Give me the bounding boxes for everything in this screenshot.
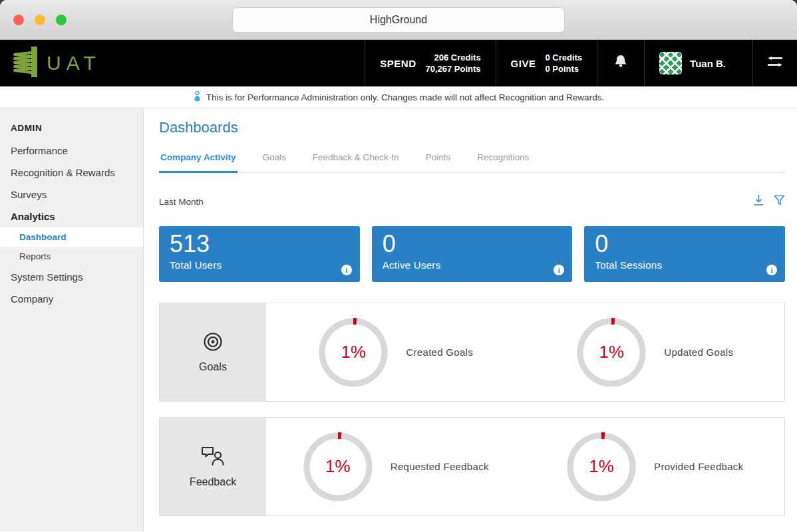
minimize-window-button[interactable]: [35, 15, 45, 25]
sidebar-section-admin: ADMIN: [0, 123, 143, 140]
tab-company-activity[interactable]: Company Activity: [159, 146, 238, 173]
metric-provided-feedback: 1% Provided Feedback: [526, 418, 785, 515]
metric-label: Provided Feedback: [654, 461, 743, 472]
logo-text: UAT: [47, 52, 101, 74]
sidebar-item-performance[interactable]: Performance: [0, 140, 143, 162]
download-icon[interactable]: [753, 194, 764, 209]
bell-icon: [613, 54, 628, 72]
stat-label: Active Users: [383, 259, 562, 271]
macos-titlebar: HighGround: [0, 0, 797, 40]
stat-value: 0: [595, 230, 774, 258]
stat-cards: 513 Total Users i 0 Active Users i 0 Tot…: [159, 226, 785, 282]
metric-label: Requested Feedback: [391, 461, 489, 472]
donut-percent: 1%: [566, 432, 637, 502]
notifications-button[interactable]: [597, 40, 644, 86]
user-menu[interactable]: Tuan B.: [644, 40, 740, 86]
tab-recognitions[interactable]: Recognitions: [476, 146, 530, 172]
app-logo[interactable]: UAT: [0, 40, 365, 86]
admin-notice-bar: This is for Performance Administration o…: [0, 86, 797, 108]
goals-panel: Goals 1% Created Goals: [159, 303, 785, 402]
sidebar-item-system-settings[interactable]: System Settings: [0, 266, 143, 288]
stat-label: Total Sessions: [595, 259, 774, 271]
page-title: Dashboards: [159, 119, 785, 136]
panel-name: Goals: [199, 361, 227, 373]
feedback-panel-header: Feedback: [160, 418, 266, 515]
zoom-window-button[interactable]: [56, 15, 67, 25]
avatar: [659, 52, 682, 74]
donut-chart: 1%: [318, 317, 389, 388]
sidebar-item-company[interactable]: Company: [0, 288, 143, 310]
metric-label: Updated Goals: [664, 346, 733, 358]
info-icon[interactable]: i: [554, 265, 564, 275]
notice-text: This is for Performance Administration o…: [206, 92, 604, 102]
donut-percent: 1%: [303, 432, 373, 502]
tab-points[interactable]: Points: [424, 146, 452, 172]
tab-goals[interactable]: Goals: [261, 146, 287, 172]
spring-coil-icon: [7, 45, 41, 82]
sidebar-item-dashboard[interactable]: Dashboard: [0, 227, 143, 247]
close-window-button[interactable]: [13, 15, 24, 25]
main-content: Dashboards Company Activity Goals Feedba…: [144, 108, 797, 531]
spend-points: 70,267 Points: [426, 64, 481, 74]
stat-label: Total Users: [170, 259, 349, 271]
donut-chart: 1%: [566, 432, 637, 502]
sidebar-item-surveys[interactable]: Surveys: [0, 184, 143, 205]
stat-card-total-users: 513 Total Users i: [159, 226, 360, 282]
stat-value: 513: [170, 230, 349, 258]
stat-value: 0: [383, 230, 562, 258]
admin-sidebar: ADMIN Performance Recognition & Rewards …: [0, 108, 144, 531]
stat-card-total-sessions: 0 Total Sessions i: [584, 226, 785, 282]
user-name: Tuan B.: [690, 58, 726, 69]
metric-updated-goals: 1% Updated Goals: [526, 303, 785, 401]
info-icon[interactable]: i: [766, 265, 777, 275]
give-points: 0 Points: [545, 64, 579, 74]
tab-feedback-check-in[interactable]: Feedback & Check-In: [311, 146, 400, 172]
goals-panel-header: Goals: [160, 303, 266, 401]
person-drop-icon: [193, 91, 202, 104]
dashboard-tabs: Company Activity Goals Feedback & Check-…: [159, 146, 785, 173]
donut-percent: 1%: [576, 317, 647, 388]
app-header: UAT SPEND 206 Credits 70,267 Points GIVE…: [0, 40, 797, 86]
switch-mode-button[interactable]: [752, 40, 797, 86]
stat-card-active-users: 0 Active Users i: [372, 226, 573, 282]
give-summary[interactable]: GIVE 0 Credits 0 Points: [496, 40, 597, 86]
donut-chart: 1%: [576, 317, 647, 388]
give-credits: 0 Credits: [545, 53, 582, 63]
target-icon: [203, 332, 223, 354]
metric-label: Created Goals: [406, 346, 473, 358]
donut-percent: 1%: [318, 317, 389, 388]
spend-credits: 206 Credits: [434, 53, 481, 63]
donut-chart: 1%: [303, 432, 373, 502]
panel-name: Feedback: [190, 476, 236, 488]
metric-requested-feedback: 1% Requested Feedback: [266, 418, 526, 515]
give-label: GIVE: [511, 58, 536, 69]
filter-icon[interactable]: [774, 195, 785, 209]
info-icon[interactable]: i: [341, 265, 352, 275]
sidebar-item-analytics[interactable]: Analytics: [0, 205, 143, 227]
metric-created-goals: 1% Created Goals: [266, 303, 526, 401]
swap-arrows-icon: [766, 55, 784, 72]
sidebar-item-reports[interactable]: Reports: [0, 247, 143, 266]
spend-summary[interactable]: SPEND 206 Credits 70,267 Points: [365, 40, 495, 86]
spend-label: SPEND: [380, 58, 416, 69]
app-window: HighGround UAT SPEND 206 Credits 70,267 …: [0, 0, 797, 532]
window-title: HighGround: [232, 7, 565, 33]
feedback-chat-person-icon: [200, 446, 226, 469]
feedback-panel: Feedback 1% Requested Feedback: [159, 417, 785, 516]
period-label[interactable]: Last Month: [159, 197, 204, 207]
sidebar-item-recognition-rewards[interactable]: Recognition & Rewards: [0, 162, 143, 184]
